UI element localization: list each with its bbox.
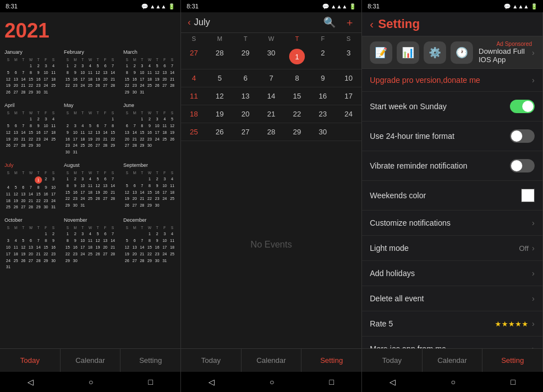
- mini-cal-day[interactable]: 22: [109, 136, 117, 143]
- mini-cal-day[interactable]: 26: [86, 142, 94, 149]
- mini-cal-day[interactable]: 4: [50, 116, 57, 123]
- mini-cal-day[interactable]: 5: [4, 69, 12, 76]
- mini-cal-day[interactable]: 25: [12, 258, 19, 264]
- mini-cal-day[interactable]: 7: [138, 183, 146, 189]
- mini-cal-day[interactable]: 19: [20, 251, 27, 258]
- toggle-switch[interactable]: [510, 100, 535, 113]
- mini-cal-day[interactable]: 26: [94, 195, 101, 202]
- mini-cal-day[interactable]: 8: [123, 69, 131, 76]
- mini-cal-day[interactable]: 2: [154, 176, 161, 183]
- mini-cal-day[interactable]: 28: [138, 258, 146, 264]
- mini-cal-day[interactable]: 16: [71, 244, 78, 251]
- mini-cal-day[interactable]: 4: [86, 176, 94, 183]
- mini-cal-day[interactable]: [4, 176, 12, 184]
- mini-cal-day[interactable]: 20: [131, 195, 138, 202]
- mini-cal-day[interactable]: 20: [12, 82, 19, 89]
- mini-cal-day[interactable]: 9: [71, 237, 78, 244]
- mini-cal-day[interactable]: 10: [4, 244, 12, 251]
- mini-cal-day[interactable]: [4, 231, 12, 237]
- mini-cal-day[interactable]: [20, 116, 27, 123]
- mini-cal-day[interactable]: 10: [79, 69, 86, 76]
- settings-item-4[interactable]: Customize notifications›: [362, 211, 542, 236]
- mini-cal-day[interactable]: 12: [94, 183, 101, 189]
- mini-cal-day[interactable]: 3: [138, 63, 146, 69]
- mini-cal-day[interactable]: 11: [169, 183, 176, 189]
- cal-day-cell[interactable]: 21: [258, 105, 284, 123]
- mini-cal-day[interactable]: 9: [35, 69, 42, 76]
- mini-cal-day[interactable]: 6: [12, 123, 19, 129]
- mini-cal-day[interactable]: 23: [146, 136, 153, 143]
- cal-day-cell[interactable]: 26: [207, 123, 233, 141]
- mini-cal-day[interactable]: 30: [64, 149, 71, 156]
- mini-cal-day[interactable]: 30: [154, 202, 161, 209]
- mini-cal-day[interactable]: 15: [146, 244, 153, 251]
- mini-cal-day[interactable]: 23: [71, 82, 78, 89]
- mini-cal-day[interactable]: 11: [4, 191, 12, 198]
- mini-cal-day[interactable]: 17: [42, 129, 49, 136]
- mini-cal-day[interactable]: 7: [109, 63, 117, 69]
- mini-cal-day[interactable]: 6: [27, 237, 34, 244]
- mini-cal-day[interactable]: 2: [71, 176, 78, 183]
- mini-cal-day[interactable]: 18: [12, 251, 19, 258]
- mini-cal-day[interactable]: 14: [109, 183, 117, 189]
- mini-cal-day[interactable]: 14: [20, 129, 27, 136]
- mini-cal-day[interactable]: 8: [35, 184, 42, 191]
- mini-cal-day[interactable]: 27: [20, 204, 27, 211]
- mini-cal-day[interactable]: 19: [94, 76, 101, 83]
- mini-cal-day[interactable]: 31: [161, 258, 168, 264]
- cal-day-cell[interactable]: 28: [207, 44, 233, 69]
- mini-cal-day[interactable]: 6: [101, 231, 109, 237]
- mini-cal-day[interactable]: 25: [161, 136, 168, 143]
- mini-cal-day[interactable]: 31: [42, 89, 49, 96]
- mini-cal-day[interactable]: 30: [42, 204, 49, 211]
- mini-cal-day[interactable]: 25: [86, 195, 94, 202]
- mini-cal-day[interactable]: 11: [86, 69, 94, 76]
- ad-banner[interactable]: 📝 📊 ⚙️ 🕐 Ad Sponsored Download Full IOS …: [362, 36, 542, 69]
- mini-cal-day[interactable]: [20, 231, 27, 237]
- mini-cal-day[interactable]: 16: [71, 76, 78, 83]
- mini-cal-day[interactable]: 7: [131, 123, 138, 129]
- mini-cal-day[interactable]: 24: [79, 195, 86, 202]
- mini-cal-day[interactable]: 22: [64, 251, 71, 258]
- mini-cal-day[interactable]: 25: [86, 251, 94, 258]
- mini-cal-day[interactable]: 14: [35, 244, 42, 251]
- mini-cal-day[interactable]: 31: [138, 89, 146, 96]
- back-btn-mid[interactable]: ◁: [204, 375, 219, 389]
- mini-cal-day[interactable]: 20: [20, 198, 27, 204]
- mini-cal-day[interactable]: 19: [94, 244, 101, 251]
- cal-day-cell[interactable]: 4: [181, 69, 207, 87]
- mini-cal-day[interactable]: 24: [42, 136, 49, 143]
- mini-cal-day[interactable]: 10: [161, 183, 168, 189]
- mini-cal-day[interactable]: [12, 116, 19, 123]
- mini-cal-day[interactable]: 31: [71, 149, 78, 156]
- mini-cal-day[interactable]: 3: [42, 63, 49, 69]
- cal-day-cell[interactable]: 5: [207, 69, 233, 87]
- mini-cal-day[interactable]: 13: [12, 129, 19, 136]
- nav-setting-left[interactable]: Setting: [120, 349, 180, 372]
- home-btn-left[interactable]: ○: [84, 375, 98, 389]
- cal-day-cell[interactable]: 15: [284, 87, 310, 105]
- mini-cal-day[interactable]: 14: [169, 69, 176, 76]
- mini-cal-day[interactable]: 28: [20, 89, 27, 96]
- mini-cal-day[interactable]: 8: [64, 183, 71, 189]
- search-button-mid[interactable]: 🔍: [323, 16, 336, 29]
- mini-cal-day[interactable]: 18: [86, 76, 94, 83]
- mini-cal-day[interactable]: 8: [27, 123, 34, 129]
- mini-cal-day[interactable]: 9: [35, 123, 42, 129]
- mini-cal-day[interactable]: [71, 116, 78, 123]
- mini-cal-day[interactable]: 23: [71, 195, 78, 202]
- mini-cal-day[interactable]: 16: [35, 76, 42, 83]
- mini-cal-day[interactable]: 21: [35, 251, 42, 258]
- mini-cal-day[interactable]: 20: [27, 251, 34, 258]
- mini-cal-day[interactable]: 14: [20, 76, 27, 83]
- mini-cal-day[interactable]: 9: [50, 237, 57, 244]
- mini-cal-day[interactable]: 22: [123, 82, 131, 89]
- mini-cal-day[interactable]: 25: [169, 251, 176, 258]
- mini-cal-day[interactable]: 29: [27, 142, 34, 149]
- mini-cal-day[interactable]: 17: [71, 136, 78, 143]
- mini-cal-day[interactable]: 9: [71, 69, 78, 76]
- mini-cal-day[interactable]: 2: [64, 123, 71, 129]
- mini-cal-day[interactable]: 30: [71, 202, 78, 209]
- mini-cal-day[interactable]: 1: [138, 116, 146, 123]
- mini-cal-day[interactable]: 28: [101, 142, 109, 149]
